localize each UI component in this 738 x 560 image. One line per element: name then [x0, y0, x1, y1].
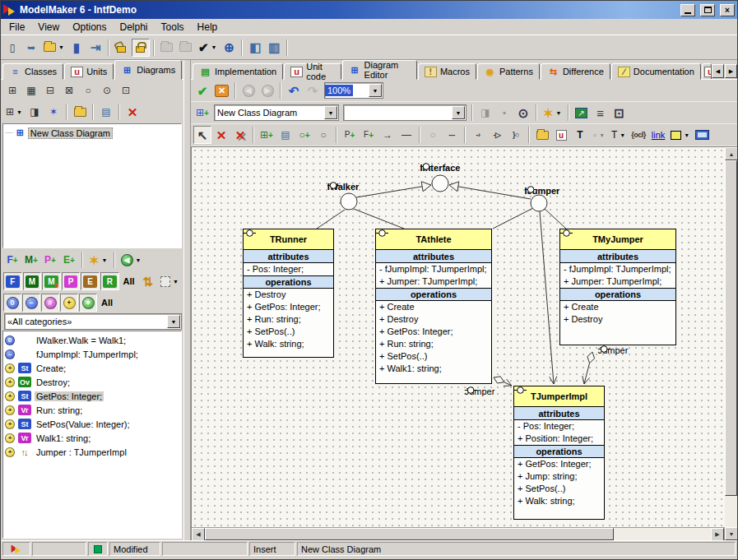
add-implements-link-button[interactable]: }○	[507, 126, 525, 144]
operation-row[interactable]: + Create	[560, 301, 675, 313]
add-field-button[interactable]: F+	[3, 251, 21, 269]
tab-partial[interactable]: u	[702, 63, 712, 80]
categories-combo[interactable]: «All categories» ▼	[4, 313, 182, 330]
shape-style-button[interactable]: ▫▼	[590, 126, 608, 144]
show-diagram-button[interactable]: ◨	[26, 103, 44, 121]
undo-button[interactable]: ↶	[285, 81, 303, 100]
element-select-combo-dropdown[interactable]: ▼	[452, 106, 465, 119]
redo-button[interactable]: ↷	[304, 81, 322, 100]
sequence-diagram-button[interactable]: ▦	[22, 81, 40, 100]
goto-symbol-button[interactable]: ◨	[476, 104, 494, 122]
dropdown-arrow-icon[interactable]: ▼	[211, 44, 217, 50]
attribute-row[interactable]: - Pos: Integer;	[244, 263, 333, 275]
zoom-level-combo[interactable]: 100%▼	[324, 82, 383, 99]
explore-button[interactable]: ⊙	[514, 104, 532, 122]
filter-properties-button[interactable]: P	[62, 272, 81, 290]
scroll-left-button[interactable]: ◀	[192, 528, 205, 541]
dropdown-arrow-icon[interactable]: ▼	[16, 109, 22, 115]
class-diagram-button[interactable]: ⊞	[3, 81, 21, 100]
filter-events-button[interactable]: E	[81, 272, 100, 290]
class-header[interactable]: TAthlete	[376, 229, 491, 250]
add-method-button[interactable]: M+	[22, 251, 40, 269]
tab-implementation[interactable]: ▤Implementation	[193, 63, 283, 80]
edge-label-jumper[interactable]: Jumper	[465, 386, 495, 396]
new-file-button[interactable]: ▯	[3, 39, 21, 57]
apply-source-button[interactable]	[158, 39, 176, 57]
edge-label-jumper[interactable]: Jumper	[598, 345, 629, 355]
add-dependency-button[interactable]: -›	[469, 126, 487, 144]
menu-delphi[interactable]: Delphi	[114, 20, 155, 35]
member-row[interactable]: +↑↓Jumper : TJumperImpl	[3, 445, 181, 459]
menu-help[interactable]: Help	[191, 20, 225, 35]
visibility-published-button[interactable]: ✶	[79, 294, 97, 312]
ocl-constraint-button[interactable]: {ocl}	[629, 126, 648, 144]
filter-results-button[interactable]: R	[100, 272, 119, 290]
tab-macros[interactable]: !Macros	[418, 63, 476, 80]
attribute-row[interactable]: + Position: Integer;	[514, 433, 604, 445]
layout-columns-button[interactable]: ▥	[265, 39, 283, 57]
horizontal-scroll-thumb[interactable]	[205, 528, 614, 540]
dropdown-arrow-icon[interactable]: ▼	[620, 132, 625, 138]
maximize-button[interactable]	[700, 4, 715, 16]
fill-color-button[interactable]: ▼	[668, 126, 692, 144]
unit-dependency-diagram-button[interactable]: ⊟	[41, 81, 59, 100]
vertical-scrollbar[interactable]: ▲ ▼	[724, 147, 737, 540]
select-tool-button[interactable]: ↖	[193, 126, 211, 144]
operation-row[interactable]: + SetPos(..)	[376, 350, 491, 363]
operation-row[interactable]: + Walk1: string;	[376, 363, 491, 375]
open-folder-button[interactable]: ▼	[41, 39, 67, 57]
operation-row[interactable]: + Jump: string;	[514, 470, 604, 483]
add-interface-symbol-button[interactable]: ○+	[295, 126, 313, 144]
tab-classes[interactable]: ≡Classes	[2, 63, 63, 80]
member-row[interactable]: +StGetPos: Integer;	[3, 389, 181, 403]
unlock-button[interactable]	[113, 39, 131, 57]
operation-row[interactable]: + GetPos: Integer;	[376, 326, 491, 338]
lock-button[interactable]	[132, 39, 150, 57]
tab-diagrams[interactable]: ⊞Diagrams	[114, 60, 182, 80]
cancel-changes-button[interactable]: ✕	[212, 81, 231, 100]
add-event-button[interactable]: E+	[60, 251, 78, 269]
menu-file[interactable]: File	[2, 20, 31, 35]
browser-info-button[interactable]: ⊕	[220, 39, 238, 57]
member-row[interactable]: +OvDestroy;	[3, 375, 181, 389]
visibility-private-button[interactable]: –	[22, 294, 40, 312]
vertical-scroll-track[interactable]	[725, 496, 737, 527]
refresh-source-button[interactable]	[177, 39, 195, 57]
add-field-node-button[interactable]: F+	[360, 126, 378, 144]
dropdown-arrow-icon[interactable]: ▼	[556, 110, 562, 116]
locate-button[interactable]: ▪	[495, 104, 513, 122]
attribute-row[interactable]: + Jumper: TJumperImpl;	[376, 275, 491, 288]
operation-row[interactable]: + GetPos: Integer;	[514, 458, 604, 470]
attribute-row[interactable]: + Jumper: TJumperImpl;	[560, 275, 675, 288]
dropdown-arrow-icon[interactable]: ▼	[599, 132, 605, 138]
operation-row[interactable]: + Walk: string;	[514, 495, 604, 507]
minimize-button[interactable]	[680, 4, 695, 16]
add-property-node-button[interactable]: P+	[341, 126, 359, 144]
dropdown-arrow-icon[interactable]: ▼	[102, 257, 108, 263]
delete-symbol-button[interactable]: ✕	[212, 126, 230, 144]
member-row[interactable]: 0IWalker.Walk = Walk1;	[3, 333, 181, 347]
save-button[interactable]: ▮	[67, 39, 86, 57]
add-association-button[interactable]: →	[378, 126, 397, 144]
tree-item-new-class-diagram[interactable]: ┄┄ ⊞ New Class Diagram	[3, 126, 181, 140]
interface-label-ijumper[interactable]: IJumper	[525, 186, 560, 196]
element-select-combo[interactable]: ▼	[343, 104, 466, 121]
add-plain-line-button[interactable]: —	[397, 126, 415, 144]
navigate-back-button[interactable]: ◀▼	[118, 251, 144, 269]
scroll-right-button[interactable]: ▶	[711, 528, 724, 541]
history-back-button[interactable]: ◀	[239, 81, 258, 100]
visibility-public-button[interactable]: +	[60, 294, 78, 312]
add-class-symbol-button[interactable]: ⊞+	[258, 126, 276, 144]
filmstrip-button[interactable]	[693, 126, 712, 144]
scroll-up-button[interactable]: ▲	[725, 147, 738, 160]
diagram-folder-button[interactable]	[71, 103, 89, 121]
visibility-protected-button[interactable]: #	[41, 294, 59, 312]
outline-view-button[interactable]: ≡	[592, 104, 610, 122]
diagram-select-combo-dropdown[interactable]: ▼	[324, 106, 337, 119]
diagram-select-combo[interactable]: New Class Diagram▼	[214, 104, 339, 121]
layout-left-button[interactable]: ◧	[246, 39, 264, 57]
filter-methods-button[interactable]: M	[23, 272, 42, 290]
diagram-canvas[interactable]: IInterfaceIWalkerIJumperJumperJumperTRun…	[192, 147, 725, 527]
class-header[interactable]: TJumperImpl	[514, 386, 604, 407]
tab-patterns[interactable]: ◉Patterns	[477, 63, 540, 80]
